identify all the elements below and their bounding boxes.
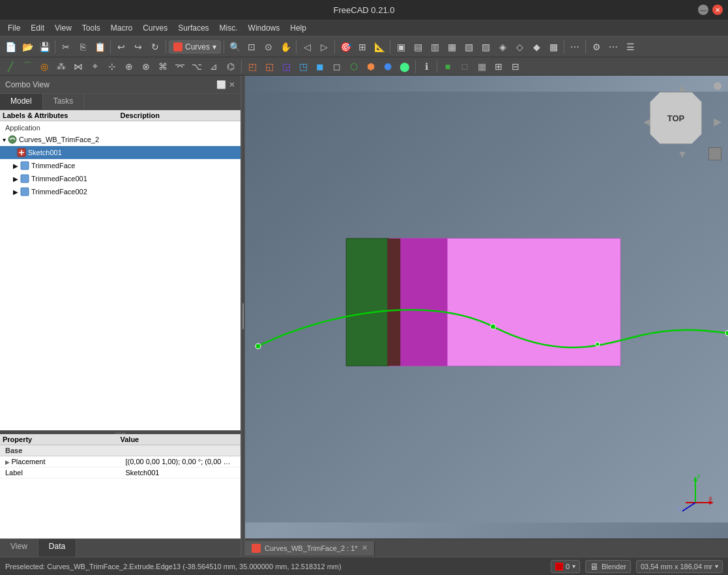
magnify-button[interactable]: 🔍: [227, 39, 242, 55]
nav-arrow-bottom[interactable]: ▼: [677, 149, 688, 160]
nav-cube-top-face[interactable]: TOP: [650, 92, 702, 144]
tab-tasks[interactable]: Tasks: [43, 94, 85, 110]
tree-item-trimmedface[interactable]: ▶ TrimmedFace: [0, 159, 240, 172]
menu-item-surfaces[interactable]: Surfaces: [173, 22, 214, 34]
curves-tool-2[interactable]: ⌒: [20, 59, 35, 74]
refresh-button[interactable]: ↻: [147, 39, 163, 55]
curves-tool-13[interactable]: ⊿: [206, 59, 222, 74]
paste-button[interactable]: 📋: [92, 39, 108, 55]
more-tools-button[interactable]: ⋯: [605, 39, 621, 55]
tree-arrow-sketch001[interactable]: [13, 149, 15, 156]
wire-view-button[interactable]: □: [457, 59, 473, 74]
tree-arrow-trimmedface001[interactable]: ▶: [13, 175, 18, 183]
view-back2-button[interactable]: ▨: [478, 39, 493, 55]
view-left-button[interactable]: ▦: [444, 39, 459, 55]
surface-tool-6[interactable]: ◻: [329, 59, 345, 74]
view-measure-button[interactable]: 📐: [371, 39, 387, 55]
grid-button[interactable]: ⊞: [491, 59, 506, 74]
viewport-3d[interactable]: ▲ ◀ ▶ ▼ TOP: [245, 76, 728, 538]
view-iso3-button[interactable]: ◆: [529, 39, 544, 55]
surface-tool-4[interactable]: ◳: [295, 59, 311, 74]
curves-tool-12[interactable]: ⌥: [189, 59, 205, 74]
curves-tool-14[interactable]: ⌬: [223, 59, 239, 74]
save-button[interactable]: 💾: [36, 39, 52, 55]
more-views-button[interactable]: ⋯: [567, 39, 583, 55]
view-back-button[interactable]: ◁: [299, 39, 315, 55]
settings-button[interactable]: ⚙: [589, 39, 604, 55]
solid-view-button[interactable]: ■: [440, 59, 456, 74]
surface-tool-1[interactable]: ◰: [244, 59, 260, 74]
curves-tool-1[interactable]: ╱: [3, 59, 18, 74]
menu-item-file[interactable]: File: [3, 22, 25, 34]
menu-item-macro[interactable]: Macro: [106, 22, 138, 34]
bottom-tab-data[interactable]: Data: [38, 539, 76, 557]
view-top-button[interactable]: ▤: [410, 39, 426, 55]
viewport-tab-1[interactable]: Curves_WB_TrimFace_2 : 1* ✕: [245, 541, 375, 555]
curves-tool-10[interactable]: ⌘: [155, 59, 171, 74]
points-view-button[interactable]: ▦: [474, 59, 489, 74]
curves-tool-6[interactable]: ⌖: [87, 59, 103, 74]
combo-expand-button[interactable]: ⬜: [216, 80, 226, 89]
workbench-dropdown[interactable]: Curves ▾: [169, 40, 221, 53]
select-button[interactable]: ⊙: [261, 39, 276, 55]
curves-tool-4[interactable]: ⁂: [53, 59, 69, 74]
prop-row-placement[interactable]: Placement [(0,00 0,00 1,00); 0,00 °; (0,…: [0, 456, 240, 467]
surface-tool-10[interactable]: ⬤: [397, 59, 413, 74]
view-right-button[interactable]: ▥: [427, 39, 443, 55]
menu-item-view[interactable]: View: [50, 22, 77, 34]
surface-tool-9[interactable]: ⬣: [380, 59, 396, 74]
undo-button[interactable]: ↩: [113, 39, 129, 55]
surface-tool-5[interactable]: ◼: [312, 59, 328, 74]
workbench-dropdown-arrow[interactable]: ▾: [212, 42, 216, 52]
tree-item-trimmedface002[interactable]: ▶ TrimmedFace002: [0, 185, 240, 198]
cut-button[interactable]: ✂: [58, 39, 74, 55]
snap-button[interactable]: ⊟: [508, 59, 523, 74]
combo-close-button[interactable]: ✕: [229, 80, 235, 89]
surface-tool-3[interactable]: ◲: [278, 59, 294, 74]
info-button[interactable]: ℹ: [418, 59, 434, 74]
curves-tool-8[interactable]: ⊕: [121, 59, 137, 74]
menu-item-edit[interactable]: Edit: [25, 22, 50, 34]
curves-tool-3[interactable]: ◎: [36, 59, 52, 74]
view-front-button[interactable]: ▣: [393, 39, 409, 55]
surface-tool-2[interactable]: ◱: [261, 59, 277, 74]
statusbar-count-dropdown[interactable]: ▾: [572, 563, 575, 570]
surface-tool-7[interactable]: ⬡: [346, 59, 362, 74]
tree-item-sketch001[interactable]: Sketch001: [0, 146, 240, 159]
viewport-tab-close[interactable]: ✕: [362, 544, 368, 552]
view-bottom-button[interactable]: ▧: [461, 39, 476, 55]
tree-arrow-trimmedface002[interactable]: ▶: [13, 188, 18, 196]
pan-button[interactable]: ✋: [278, 39, 293, 55]
menu-item-help[interactable]: Help: [285, 22, 312, 34]
curves-tool-5[interactable]: ⋈: [70, 59, 86, 74]
bottom-tab-view[interactable]: View: [0, 539, 38, 557]
tree-item-curves-wb[interactable]: ▾ Curves_WB_TrimFace_2: [0, 133, 240, 146]
copy-button[interactable]: ⎘: [75, 39, 91, 55]
menu-button[interactable]: ☰: [622, 39, 638, 55]
nav-mini-cube[interactable]: [708, 147, 721, 160]
tab-model[interactable]: Model: [0, 94, 43, 110]
surface-tool-8[interactable]: ⬢: [363, 59, 379, 74]
view-iso-button[interactable]: ◈: [495, 39, 510, 55]
curves-tool-9[interactable]: ⊗: [138, 59, 154, 74]
tree-arrow-trimmedface[interactable]: ▶: [13, 162, 18, 170]
redo-button[interactable]: ↪: [130, 39, 146, 55]
open-button[interactable]: 📂: [20, 39, 35, 55]
menu-item-curves[interactable]: Curves: [138, 22, 173, 34]
view-iso4-button[interactable]: ▩: [546, 39, 561, 55]
statusbar-dimensions-dropdown[interactable]: ▾: [715, 563, 718, 570]
view3d-button[interactable]: 🎯: [338, 39, 353, 55]
menu-item-tools[interactable]: Tools: [77, 22, 106, 34]
minimize-button[interactable]: —: [698, 5, 708, 15]
new-file-button[interactable]: 📄: [3, 39, 18, 55]
curves-tool-7[interactable]: ⊹: [104, 59, 120, 74]
nav-arrow-right[interactable]: ▶: [714, 115, 721, 128]
curves-tool-11[interactable]: ⌤: [172, 59, 188, 74]
menu-item-misc.[interactable]: Misc.: [214, 22, 243, 34]
tree-item-trimmedface001[interactable]: ▶ TrimmedFace001: [0, 172, 240, 185]
view-fwd-button[interactable]: ▷: [316, 39, 332, 55]
tree-arrow-curves-wb[interactable]: ▾: [3, 136, 6, 143]
close-button[interactable]: ✕: [712, 5, 723, 15]
menu-item-windows[interactable]: Windows: [243, 22, 285, 34]
zoom-fit-button[interactable]: ⊡: [244, 39, 259, 55]
